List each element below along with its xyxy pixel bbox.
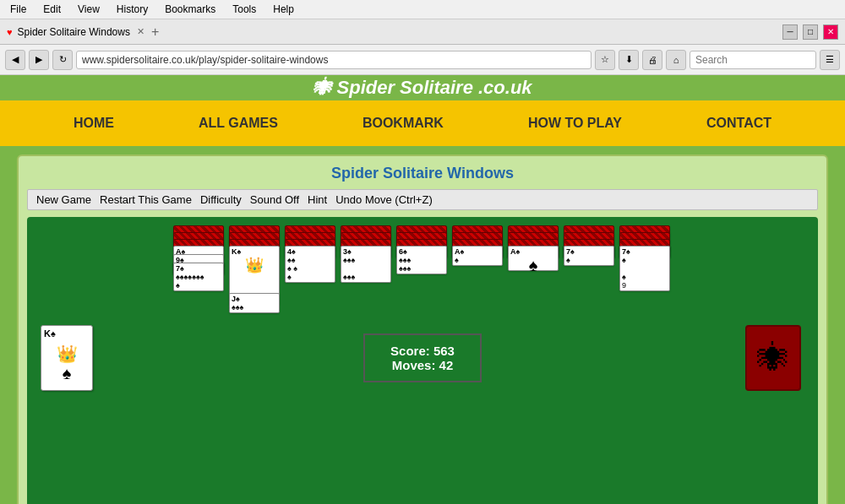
card[interactable]: 3♠♠♠♠♠♠♠ [341,246,391,283]
new-game-button[interactable]: New Game [36,193,91,206]
game-container: Spider Solitaire Windows New Game Restar… [17,154,828,504]
card-column-3: K♠ 5♦ 4♠♠♠♠ ♠♠ [285,225,337,283]
menu-file[interactable]: File [7,2,30,17]
completed-pile: K♠ 👑♠ [41,325,100,391]
site-header: 🕷 Spider Solitaire .co.uk [0,75,845,100]
card[interactable]: 7♠♠ [564,246,614,266]
forward-button[interactable]: ▶ [29,50,49,70]
bookmark-star-icon[interactable]: ☆ [595,50,615,70]
spider-icon: 🕷 [757,340,789,377]
minimize-button[interactable]: ─ [782,24,798,40]
card-column-5: 10♠ 8♠ 5♠ 6♠♠♠♠♠♠♠ [396,225,449,274]
card-column-7: K♠ Q♠ 10♠ 9♠ 8♠ A♠♠ [508,225,560,271]
card-column-1: A♠♠ 10♠ 9♠♠♠ J♠ 10♠ 9♠ 8♠ 7♠♠♠♠♠♠♠♠♠ [173,225,226,291]
card-column-4: 9♠ 4♠ 3♠♠♠♠♠♠♠ [341,225,393,283]
card-face: 👑♠ [44,344,90,383]
address-bar[interactable] [76,51,592,69]
print-icon[interactable]: 🖨 [642,50,662,70]
game-title: Spider Solitaire Windows [27,165,818,182]
score-box: Score: 563 Moves: 42 [363,333,482,382]
deck-pile[interactable]: 🕷 [745,325,804,391]
nav-all-games[interactable]: ALL GAMES [156,100,320,146]
card-rank: K♠ [44,328,90,339]
spider-deck-card[interactable]: 🕷 [745,325,801,391]
back-button[interactable]: ◀ [5,50,25,70]
reload-button[interactable]: ↻ [52,50,73,70]
difficulty-button[interactable]: Difficulty [200,193,242,206]
menu-view[interactable]: View [74,2,103,17]
bottom-area: K♠ 👑♠ Score: 563 Moves: 42 🕷 [35,325,810,391]
card[interactable]: A♠♠ [452,246,503,266]
website: 🕷 Spider Solitaire .co.uk HOME ALL GAMES… [0,75,845,504]
card-column-8: A♠ K♠ Q♠ 10♠ 9♠ 7♠♠ [564,225,616,266]
maximize-button[interactable]: □ [803,24,818,40]
sound-button[interactable]: Sound Off [250,193,299,206]
nav-contact[interactable]: CONTACT [664,100,814,146]
tab-close-icon[interactable]: ✕ [137,26,144,37]
new-tab-icon[interactable]: + [151,24,159,40]
favicon: ♥ [7,27,13,37]
content-area: Spider Solitaire Windows New Game Restar… [0,146,845,504]
menu-help[interactable]: Help [270,2,297,17]
card[interactable]: J♠♠♠♠ [229,293,280,313]
columns-area: A♠♠ 10♠ 9♠♠♠ J♠ 10♠ 9♠ 8♠ 7♠♠♠♠♠♠♠♠♠ [35,225,810,313]
menu-icon[interactable]: ☰ [820,50,840,70]
nav-home[interactable]: HOME [31,100,156,146]
card[interactable]: 4♠♠♠♠ ♠♠ [285,246,335,283]
menu-bar: File Edit View History Bookmarks Tools H… [0,0,845,19]
card-column-6: 6♠ 10♠ 4♠ 3♠ 2♠ A♠♠ [452,225,504,266]
card[interactable]: 7♠♠♠9 [619,246,670,291]
window-controls: ─ □ ✕ [782,24,838,40]
moves-value: Moves: 42 [390,358,455,372]
card[interactable]: 6♠♠♠♠♠♠♠ [396,246,447,274]
nav-bookmark[interactable]: BOOKMARK [320,100,486,146]
close-button[interactable]: ✕ [823,24,838,40]
nav-bar: ◀ ▶ ↻ ☆ ⬇ 🖨 ⌂ ☰ [0,45,845,75]
card[interactable]: 7♠♠♠♠♠♠♠♠♠ [173,263,224,291]
tab-title: Spider Solitaire Windows [18,26,130,38]
card-column-2: K♠👑 J♠♠♠♠ [229,225,281,313]
nav-icons: ☆ ⬇ 🖨 ⌂ [595,50,686,70]
card-column-9: 9♠ 8♠ 6♠ 5♠ 7♠♠♠9 [619,225,672,291]
home-icon[interactable]: ⌂ [666,50,686,70]
king-card[interactable]: K♠ 👑♠ [41,325,93,391]
game-board: A♠♠ 10♠ 9♠♠♠ J♠ 10♠ 9♠ 8♠ 7♠♠♠♠♠♠♠♠♠ [27,217,818,504]
card[interactable]: A♠♠ [508,246,559,271]
download-icon[interactable]: ⬇ [619,50,639,70]
menu-bookmarks[interactable]: Bookmarks [161,2,219,17]
site-logo: 🕷 Spider Solitaire .co.uk [313,77,532,98]
nav-menu: HOME ALL GAMES BOOKMARK HOW TO PLAY CONT… [0,100,845,146]
title-bar: ♥ Spider Solitaire Windows ✕ + ─ □ ✕ [0,19,845,45]
menu-history[interactable]: History [113,2,151,17]
undo-button[interactable]: Undo Move (Ctrl+Z) [335,193,433,206]
menu-edit[interactable]: Edit [40,2,64,17]
menu-tools[interactable]: Tools [229,2,259,17]
nav-how-to-play[interactable]: HOW TO PLAY [486,100,664,146]
score-value: Score: 563 [390,344,455,358]
hint-button[interactable]: Hint [308,193,327,206]
search-input[interactable] [690,51,816,69]
restart-button[interactable]: Restart This Game [100,193,192,206]
game-toolbar: New Game Restart This Game Difficulty So… [27,189,818,210]
